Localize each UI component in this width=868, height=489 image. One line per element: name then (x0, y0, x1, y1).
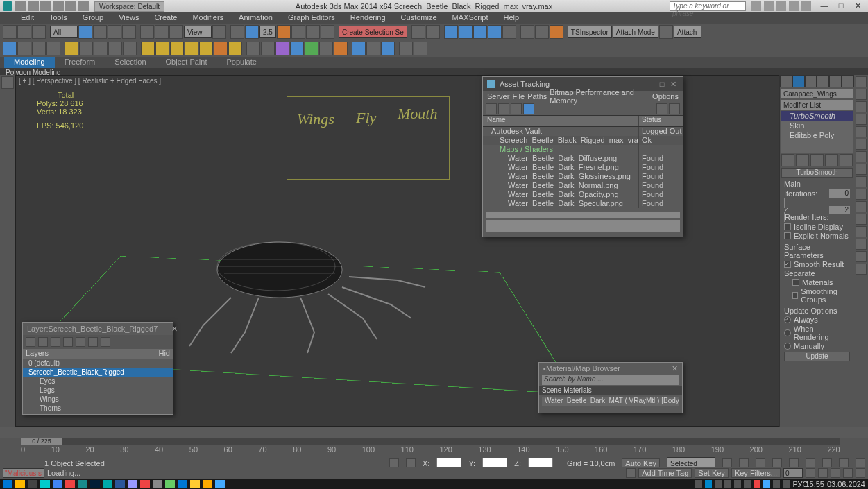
asset-row-scene[interactable]: Screech_Beetle_Black_Rigged_max_vray.max… (483, 136, 683, 145)
favorites-icon[interactable] (789, 1, 799, 11)
menu-modifiers[interactable]: Modifiers (185, 12, 230, 24)
stack-editable-poly[interactable]: Editable Poly (781, 130, 853, 140)
app-icon[interactable] (3, 1, 12, 11)
menu-rendering[interactable]: Rendering (343, 12, 393, 24)
pin-stack-icon[interactable] (781, 154, 794, 166)
explorer-icon[interactable] (15, 480, 25, 488)
tray-icon-1[interactable] (715, 480, 722, 488)
rvb-icon-14[interactable] (856, 239, 867, 250)
tb-app-4-icon[interactable] (103, 480, 112, 488)
add-time-tag-button[interactable]: Add Time Tag (638, 468, 692, 478)
rvb-icon-16[interactable] (856, 264, 867, 275)
menu-maxscript[interactable]: MAXScript (445, 12, 495, 24)
asset-menu-file[interactable]: File (512, 92, 525, 101)
tb2-icon-29[interactable] (414, 42, 427, 55)
make-unique-icon[interactable] (810, 154, 824, 166)
light-mesh-icon[interactable] (185, 42, 198, 55)
maximize-viewport-icon[interactable] (843, 468, 853, 478)
layer-delete-icon[interactable] (38, 337, 48, 347)
explicit-normals-checkbox[interactable] (784, 232, 791, 239)
menu-edit[interactable]: Edit (14, 12, 41, 24)
scale-icon[interactable] (169, 25, 183, 39)
asset-table-icon[interactable] (511, 103, 522, 114)
asset-maximize-icon[interactable]: □ (656, 80, 667, 88)
taskview-icon[interactable] (28, 480, 37, 488)
layer-row-rigged[interactable]: Screech_Beetle_Black_Rigged (23, 368, 173, 377)
layer-select-icon[interactable] (63, 337, 73, 347)
beetle-model[interactable] (176, 228, 439, 360)
asset-row-specular[interactable]: Water_Beetle_Dark_Specular.pngFound (483, 199, 683, 208)
angle-snap-icon[interactable] (291, 25, 305, 39)
menu-help[interactable]: Help (497, 12, 527, 24)
when-rendering-radio[interactable] (784, 329, 791, 336)
keyboard-shortcut-icon[interactable] (245, 25, 259, 39)
pan-icon[interactable] (818, 468, 828, 478)
tb2-icon-25[interactable] (352, 42, 366, 55)
use-pivot-icon[interactable] (212, 25, 226, 39)
configure-sets-icon[interactable] (840, 154, 853, 166)
object-name-field[interactable]: Carapace_Wings (781, 89, 853, 98)
asset-row-diffuse[interactable]: Water_Beetle_Dark_Diffuse.pngFound (483, 154, 683, 163)
clock-time[interactable]: 15:55 (805, 480, 824, 488)
exchange-icon[interactable] (776, 1, 786, 11)
menu-graph-editors[interactable]: Graph Editors (281, 12, 342, 24)
3dsmax-icon[interactable] (78, 480, 87, 488)
orbit-icon[interactable] (831, 468, 840, 478)
tab-selection[interactable]: Selection (105, 57, 155, 68)
layer-new-icon[interactable] (26, 337, 35, 347)
asset-row-vault[interactable]: Autodesk VaultLogged Out ... (483, 127, 683, 136)
tb2-icon-18[interactable] (246, 42, 260, 55)
link-icon[interactable] (32, 25, 46, 39)
qat-open-icon[interactable] (28, 1, 39, 11)
layer-window-titlebar[interactable]: Layer:Screech_Beetle_Black_Rigged 7 ✕ (23, 323, 173, 335)
checker-icon[interactable] (659, 25, 673, 39)
tray-icon-3[interactable] (734, 480, 741, 488)
undo-icon[interactable] (3, 25, 17, 39)
asset-col-status[interactable]: Status (639, 116, 683, 126)
time-tag-icon[interactable] (626, 468, 636, 478)
tb-app-10-icon[interactable] (203, 480, 212, 488)
motion-tab-icon[interactable] (817, 75, 829, 87)
layer-col-layers[interactable]: Layers (26, 349, 158, 359)
time-config-icon[interactable] (806, 468, 815, 478)
tb2-icon-3[interactable] (32, 42, 46, 55)
rvb-icon-10[interactable] (856, 189, 867, 200)
material-search-input[interactable]: Search by Name ... (542, 375, 679, 385)
time-ruler[interactable]: 0102030405060708090100110120130140150160… (21, 445, 840, 458)
select-by-name-icon[interactable] (93, 25, 107, 39)
tb2-icon-8[interactable] (108, 42, 122, 55)
tray-icon-5[interactable] (754, 480, 760, 488)
volume-icon[interactable] (783, 480, 790, 488)
tab-freeform[interactable]: Freeform (55, 57, 105, 68)
tb2-icon-6[interactable] (79, 42, 93, 55)
tb-app-6-icon[interactable] (140, 480, 150, 488)
nav-icon-5[interactable] (856, 468, 865, 478)
tb2-icon-19[interactable] (261, 42, 275, 55)
align-icon[interactable] (426, 25, 440, 39)
asset-col-name[interactable]: Name (483, 116, 639, 126)
snap-toggle-icon[interactable] (277, 25, 291, 39)
layer-hide-icon[interactable] (88, 337, 98, 347)
qat-project-icon[interactable] (78, 1, 89, 11)
tab-modeling[interactable]: Modeling (4, 57, 55, 68)
attach-mode-button[interactable]: Attach Mode (613, 26, 658, 38)
asset-refresh-icon[interactable] (486, 103, 497, 114)
rvb-icon-7[interactable] (856, 151, 867, 162)
help-search-input[interactable]: Type a keyword or phrase (670, 1, 746, 11)
close-icon[interactable]: ✕ (850, 1, 865, 11)
modifier-list-combo[interactable]: Modifier List (781, 100, 853, 110)
rvb-icon-4[interactable] (856, 114, 867, 125)
material-browser-titlebar[interactable]: ▪ Material/Map Browser ✕ (539, 363, 682, 374)
tb2-icon-20[interactable] (275, 42, 289, 55)
render-iters-spinner[interactable]: 2 (829, 206, 850, 214)
subscription-icon[interactable] (764, 1, 774, 11)
rendered-frame-icon[interactable] (535, 25, 549, 39)
render-setup-icon[interactable] (520, 25, 534, 39)
asset-row-maps[interactable]: Maps / Shaders (483, 145, 683, 154)
asset-menu-server[interactable]: Server (487, 92, 509, 101)
tray-icon-2[interactable] (724, 480, 731, 488)
material-item[interactable]: Water_Beetle_Dark_MAT ( VRayMtl ) [Body,… (542, 397, 679, 406)
attach-button[interactable]: Attach (674, 26, 701, 38)
language-indicator[interactable]: РУС (792, 480, 802, 488)
redo-icon[interactable] (17, 25, 31, 39)
